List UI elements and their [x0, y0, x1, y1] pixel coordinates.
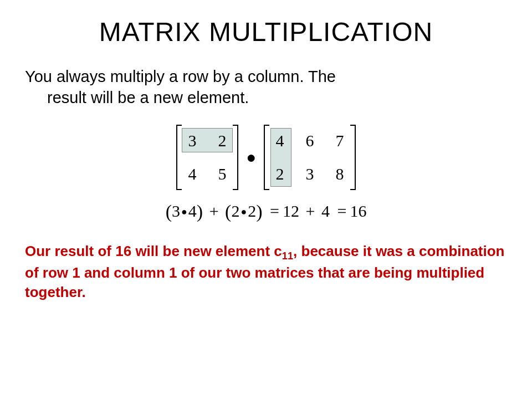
equation: (3●4) + (2●2) =12 + 4 =16	[22, 201, 510, 222]
plus-icon: +	[304, 202, 318, 220]
paren-open-icon: (	[225, 201, 231, 222]
bracket-icon	[176, 125, 182, 190]
eq-term: 2	[231, 202, 239, 220]
matrix-b-cell: 2	[275, 165, 285, 183]
paren-close-icon: )	[197, 201, 203, 222]
eq-term: 12	[283, 202, 299, 220]
eq-term: 3	[172, 202, 180, 220]
dot-operator-icon: ●	[246, 149, 256, 166]
eq-term: 4	[321, 202, 330, 220]
intro-text: You always multiply a row by a column. T…	[22, 66, 510, 108]
intro-line-2: result will be a new element.	[25, 88, 510, 109]
eq-term: 2	[248, 202, 256, 220]
matrix-a-cell: 2	[217, 131, 227, 150]
matrix-a: 3 2 4 5	[176, 125, 238, 190]
matrix-a-cell: 4	[187, 165, 197, 183]
dot-operator-icon: ●	[239, 206, 248, 217]
matrix-a-cell: 3	[187, 131, 197, 150]
paren-open-icon: (	[166, 201, 172, 222]
conclusion-text: Our result of 16 will be new element c11…	[22, 242, 510, 302]
matrix-b-cell: 4	[275, 131, 285, 150]
intro-line-1: You always multiply a row by a column. T…	[25, 68, 336, 85]
conclusion-part1: Our result of 16 will be new element c	[25, 243, 282, 259]
bracket-icon	[264, 125, 269, 190]
plus-icon: +	[207, 202, 221, 220]
matrix-b-cell: 7	[335, 131, 345, 150]
matrix-b-cell: 3	[305, 165, 315, 183]
bracket-icon	[350, 125, 356, 190]
page-title: MATRIX MULTIPLICATION	[22, 17, 510, 47]
matrix-b-cell: 6	[305, 131, 315, 150]
matrix-expression: 3 2 4 5 ● 4 6 7 2 3 8	[22, 125, 510, 190]
equals-icon: =	[267, 202, 283, 220]
equals-icon: =	[334, 202, 350, 220]
matrix-b-cell: 8	[335, 165, 345, 183]
paren-close-icon: )	[256, 201, 262, 222]
matrix-b: 4 6 7 2 3 8	[264, 125, 356, 190]
bracket-icon	[233, 125, 238, 190]
conclusion-subscript: 11	[282, 251, 293, 262]
dot-operator-icon: ●	[180, 206, 188, 217]
matrix-a-cell: 5	[217, 165, 227, 183]
eq-term: 4	[188, 202, 197, 220]
eq-result: 16	[350, 202, 366, 220]
